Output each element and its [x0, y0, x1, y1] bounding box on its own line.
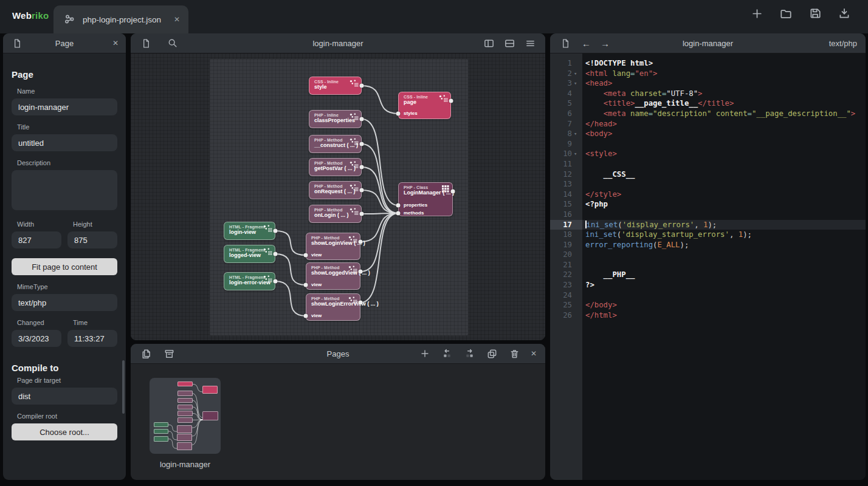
node-port[interactable] — [451, 190, 455, 194]
code-line[interactable]: 25</body> — [550, 300, 866, 310]
tab-php-login-project[interactable]: php-login-project.json ✕ — [53, 5, 188, 33]
move-page-right-icon[interactable] — [463, 347, 477, 360]
export-download-icon[interactable] — [838, 7, 851, 20]
graph-canvas[interactable]: CSS - InlinestyleCSS - InlinepagestylesP… — [131, 53, 545, 340]
left-panel-scrollbar[interactable] — [122, 360, 125, 414]
node-port[interactable] — [360, 188, 364, 193]
close-icon[interactable]: ✕ — [112, 39, 119, 47]
graph-node-loggedView[interactable]: HTML - Fragmentlogged-view — [224, 245, 275, 263]
page-dir-target-field[interactable] — [12, 388, 117, 405]
delete-page-icon[interactable] — [508, 347, 522, 360]
search-icon[interactable] — [166, 36, 179, 50]
code-line[interactable]: 17ini_set('display_errors', 1); — [550, 220, 866, 230]
node-port[interactable] — [359, 240, 363, 244]
code-line[interactable]: 15<?php — [550, 199, 866, 210]
menu-icon[interactable] — [523, 36, 537, 50]
new-icon[interactable] — [750, 7, 763, 20]
move-page-left-icon[interactable] — [441, 347, 454, 360]
forward-icon[interactable]: → — [601, 38, 610, 49]
duplicate-page-icon[interactable] — [486, 347, 499, 360]
graph-node-showLoginErrorView[interactable]: PHP - MethodshowLoginErrorView ( ... )vi… — [306, 293, 360, 321]
code-line[interactable]: 18ini_set('display_startup_errors', 1); — [550, 230, 866, 240]
height-field[interactable] — [67, 231, 117, 248]
code-line[interactable]: 7</head> — [550, 119, 866, 129]
file-icon[interactable] — [139, 36, 153, 50]
code-line[interactable]: 13 — [550, 179, 866, 190]
graph-node-loginManager[interactable]: PHP - ClassLoginManager { ... }propertie… — [398, 182, 453, 216]
graph-node-showLoginView[interactable]: PHP - MethodshowLoginView ( ... )view — [306, 233, 360, 260]
code-line[interactable]: 23?> — [550, 280, 866, 290]
code-line[interactable]: 4 <meta charset="UTF-8"> — [550, 89, 866, 99]
graph-node-style[interactable]: CSS - Inlinestyle — [309, 77, 362, 95]
graph-node-classProperties[interactable]: PHP - InlineclassProperties — [309, 110, 362, 128]
back-icon[interactable]: ← — [582, 38, 591, 49]
node-port[interactable] — [274, 252, 278, 256]
node-port[interactable] — [396, 112, 401, 116]
node-port[interactable] — [449, 99, 453, 103]
copy-pages-icon[interactable] — [139, 347, 153, 360]
code-line[interactable]: 1<!DOCTYPE html> — [550, 58, 866, 69]
code-line[interactable]: 20 — [550, 250, 866, 260]
code-line[interactable]: 22 __PHP__ — [550, 270, 866, 280]
code-line[interactable]: 12 __CSS__ — [550, 169, 866, 180]
width-field[interactable] — [12, 231, 61, 248]
graph-node-loginErrorView[interactable]: HTML - Fragmentlogin-error-view — [224, 272, 275, 290]
code-line[interactable]: 2▾<html lang="en"> — [550, 69, 866, 79]
description-field[interactable] — [12, 170, 117, 210]
file-icon[interactable] — [559, 36, 572, 50]
graph-node-onLogin[interactable]: PHP - MethodonLogin ( ... ) — [309, 205, 362, 223]
node-port[interactable] — [359, 270, 363, 274]
add-page-icon[interactable] — [418, 347, 432, 360]
name-field[interactable] — [12, 98, 117, 115]
code-lines[interactable]: 1<!DOCTYPE html>2▾<html lang="en">3▾<hea… — [550, 53, 866, 480]
code-line[interactable]: 6 <meta name="description" content="__pa… — [550, 109, 866, 119]
node-port[interactable] — [360, 142, 364, 146]
changed-field[interactable] — [12, 330, 61, 347]
node-port[interactable] — [396, 204, 401, 208]
close-icon[interactable]: ✕ — [531, 349, 537, 358]
node-port[interactable] — [304, 283, 308, 287]
node-port[interactable] — [304, 253, 308, 258]
time-field[interactable] — [67, 330, 117, 347]
mimetype-field[interactable] — [12, 294, 117, 311]
node-port[interactable] — [360, 212, 364, 216]
code-line[interactable]: 24 — [550, 290, 866, 301]
graph-node-loginView[interactable]: HTML - Fragmentlogin-view — [224, 222, 275, 240]
tab-close-icon[interactable]: ✕ — [174, 15, 180, 24]
node-port[interactable] — [360, 84, 364, 88]
code-line[interactable]: 3▾<head> — [550, 78, 866, 89]
split-columns-icon[interactable] — [482, 36, 495, 50]
node-port[interactable] — [274, 229, 278, 233]
code-line[interactable]: 26</html> — [550, 310, 866, 321]
logo-text-riko: riko — [32, 10, 49, 21]
code-line[interactable]: 21 — [550, 260, 866, 270]
page-thumbnail-graph[interactable] — [150, 378, 221, 454]
title-field[interactable] — [12, 134, 117, 151]
node-port[interactable] — [274, 279, 278, 284]
archive-box-icon[interactable] — [162, 347, 176, 360]
graph-node-page[interactable]: CSS - Inlinepagestyles — [398, 92, 451, 119]
node-port[interactable] — [360, 165, 364, 169]
code-line[interactable]: 9 — [550, 139, 866, 149]
graph-node-construct[interactable]: PHP - Method__construct ( ... ) — [309, 135, 362, 153]
code-line[interactable]: 14</style> — [550, 190, 866, 200]
choose-root-button[interactable]: Choose root... — [12, 423, 117, 440]
graph-node-onRequest[interactable]: PHP - MethodonRequest ( ... ) — [309, 181, 362, 199]
fit-page-button[interactable]: Fit page to content — [12, 258, 117, 275]
code-line[interactable]: 11 — [550, 159, 866, 169]
split-rows-icon[interactable] — [503, 36, 516, 50]
code-line[interactable]: 10▾<style> — [550, 149, 866, 159]
save-icon[interactable] — [808, 7, 822, 20]
graph-node-getPostVar[interactable]: PHP - MethodgetPostVar ( ... ) — [309, 158, 362, 176]
open-folder-icon[interactable] — [779, 7, 793, 20]
code-line[interactable]: 16 — [550, 210, 866, 220]
code-line[interactable]: 19error_reporting(E_ALL); — [550, 240, 866, 250]
code-line[interactable]: 5 <title>__page_title__</title> — [550, 98, 866, 109]
code-line[interactable]: 8▾<body> — [550, 129, 866, 139]
node-port[interactable] — [360, 117, 364, 122]
node-port[interactable] — [359, 301, 363, 305]
nodes-cluster-icon — [263, 224, 272, 235]
node-port[interactable] — [396, 211, 401, 216]
node-port[interactable] — [304, 314, 308, 318]
graph-node-showLoggedView[interactable]: PHP - MethodshowLoggedView ( ... )view — [306, 262, 360, 290]
